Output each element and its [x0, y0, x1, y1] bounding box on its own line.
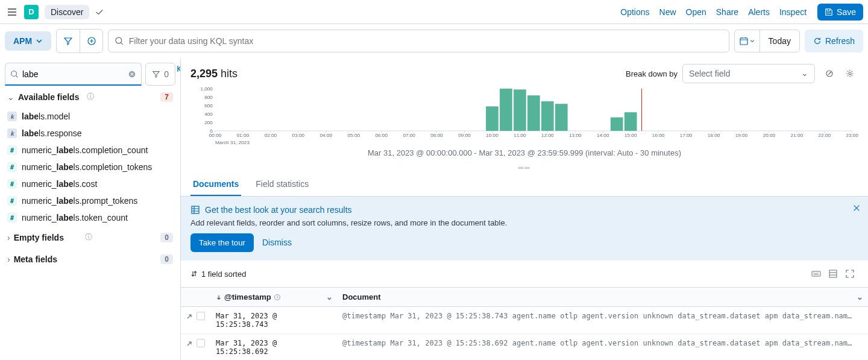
field-item[interactable]: #numeric_labels.completion_count [5, 142, 175, 159]
svg-text:March 31, 2023: March 31, 2023 [215, 140, 250, 145]
nav-alerts[interactable]: Alerts [748, 7, 770, 17]
sort-desc-icon [216, 294, 222, 300]
empty-fields-label: Empty fields [14, 233, 83, 242]
keyword-type-icon: k [7, 128, 17, 138]
chevron-down-icon: ⌄ [7, 92, 14, 102]
check-icon[interactable] [95, 8, 104, 16]
field-item[interactable]: klabels.response [5, 125, 175, 142]
expand-row-icon[interactable] [186, 312, 193, 320]
svg-text:05:00: 05:00 [347, 133, 360, 138]
take-tour-button[interactable]: Take the tour [190, 233, 254, 252]
field-item[interactable]: klabels.model [5, 108, 175, 125]
column-document[interactable]: Document ⌄ [338, 288, 868, 307]
row-checkbox[interactable] [197, 312, 205, 320]
avatar[interactable]: D [24, 5, 39, 19]
keyboard-icon[interactable] [808, 265, 825, 282]
close-icon[interactable] [852, 204, 861, 212]
app-switcher[interactable]: Discover [45, 5, 89, 19]
chevron-down-icon[interactable]: ⌄ [326, 292, 333, 302]
tab-documents[interactable]: Documents [190, 173, 241, 196]
tab-field-statistics[interactable]: Field statistics [253, 173, 311, 196]
filter-icon-button[interactable] [57, 30, 80, 52]
number-type-icon: # [7, 162, 17, 172]
date-range-label[interactable]: Today [760, 36, 799, 46]
chevron-down-icon[interactable]: ⌄ [857, 292, 863, 302]
sort-info-label: 1 field sorted [201, 270, 246, 279]
meta-fields-header[interactable]: › Meta fields 0 [5, 248, 175, 270]
empty-fields-count: 0 [160, 233, 173, 242]
save-icon [825, 8, 833, 16]
available-fields-label: Available fields [18, 92, 84, 102]
breakdown-label: Break down by [626, 69, 678, 78]
svg-text:15:00: 15:00 [624, 133, 637, 138]
svg-text:17:00: 17:00 [680, 133, 693, 138]
nav-open[interactable]: Open [686, 7, 706, 17]
empty-fields-header[interactable]: › Empty fields ⓘ 0 [5, 226, 175, 248]
chevron-right-icon: › [7, 254, 10, 264]
expand-row-icon[interactable] [186, 339, 193, 347]
timestamp-header-label: @timestamp [224, 292, 271, 302]
add-filter-button[interactable] [80, 30, 102, 52]
field-item[interactable]: #numeric_labels.cost [5, 175, 175, 192]
column-timestamp[interactable]: @timestamp ⌄ [211, 288, 338, 307]
nav-inspect[interactable]: Inspect [779, 7, 807, 17]
svg-text:200: 200 [204, 120, 213, 125]
clock-icon [274, 294, 281, 301]
row-checkbox[interactable] [197, 339, 205, 347]
search-icon [115, 36, 124, 46]
chart-caption: Mar 31, 2023 @ 00:00:00.000 - Mar 31, 20… [190, 146, 858, 162]
svg-text:800: 800 [204, 95, 213, 100]
field-item[interactable]: #numeric_labels.token_count [5, 209, 175, 226]
timestamp-cell: Mar 31, 2023 @ 15:25:38.743 [211, 307, 338, 334]
document-header-label: Document [342, 292, 381, 302]
svg-text:13:00: 13:00 [569, 133, 582, 138]
chart-settings-icon[interactable] [841, 65, 858, 82]
svg-text:14:00: 14:00 [597, 133, 609, 138]
svg-text:18:00: 18:00 [708, 133, 720, 138]
query-bar[interactable] [108, 30, 729, 52]
svg-text:21:00: 21:00 [791, 133, 804, 138]
sort-info[interactable]: 1 field sorted [190, 270, 246, 279]
available-fields-header[interactable]: ⌄ Available fields ⓘ 7 [5, 86, 175, 108]
clear-search-icon[interactable] [128, 70, 136, 78]
dataview-selector[interactable]: APM [5, 31, 51, 51]
refresh-button[interactable]: Refresh [805, 30, 863, 52]
filter-count-value: 0 [164, 69, 169, 79]
date-picker-button[interactable] [735, 30, 760, 52]
resize-handle[interactable]: ══ [190, 162, 858, 173]
field-filter-button[interactable]: 0 [145, 63, 175, 86]
nav-options[interactable]: Options [620, 7, 649, 17]
field-item[interactable]: #numeric_labels.prompt_tokens [5, 192, 175, 209]
dismiss-button[interactable]: Dismiss [262, 238, 292, 247]
hamburger-menu[interactable] [5, 5, 19, 19]
table-row: Mar 31, 2023 @ 15:25:38.743@timestamp Ma… [181, 307, 868, 334]
fullscreen-icon[interactable] [841, 265, 858, 282]
nav-new[interactable]: New [659, 7, 676, 17]
svg-text:08:00: 08:00 [430, 133, 443, 138]
svg-text:03:00: 03:00 [292, 133, 305, 138]
svg-point-6 [849, 72, 851, 75]
svg-rect-70 [624, 112, 637, 131]
search-icon [10, 70, 19, 78]
svg-text:23:00: 23:00 [846, 133, 858, 138]
density-icon[interactable] [825, 265, 841, 282]
chart-edit-icon[interactable] [821, 65, 838, 82]
query-input[interactable] [129, 36, 723, 46]
breakdown-select[interactable]: Select field [682, 64, 815, 83]
svg-rect-65 [514, 89, 526, 131]
field-item[interactable]: #numeric_labels.completion_tokens [5, 159, 175, 175]
chevron-right-icon: › [7, 233, 10, 242]
nav-share[interactable]: Share [716, 7, 738, 17]
table-row: Mar 31, 2023 @ 15:25:38.692@timestamp Ma… [181, 334, 868, 361]
svg-text:400: 400 [204, 112, 213, 117]
app-name: Discover [51, 7, 83, 17]
histogram-chart[interactable]: 1,000800600400200000:0001:0002:0003:0004… [190, 86, 858, 146]
save-button[interactable]: Save [817, 4, 863, 21]
field-search-input[interactable] [22, 69, 128, 79]
available-fields-count: 7 [160, 92, 173, 102]
callout-title: Get the best look at your search results [205, 205, 352, 215]
field-name-label: numeric_labels.completion_tokens [22, 162, 152, 172]
svg-rect-72 [192, 206, 199, 213]
keyword-type-icon: k [7, 112, 17, 121]
collapse-sidebar-icon[interactable] [175, 64, 181, 76]
